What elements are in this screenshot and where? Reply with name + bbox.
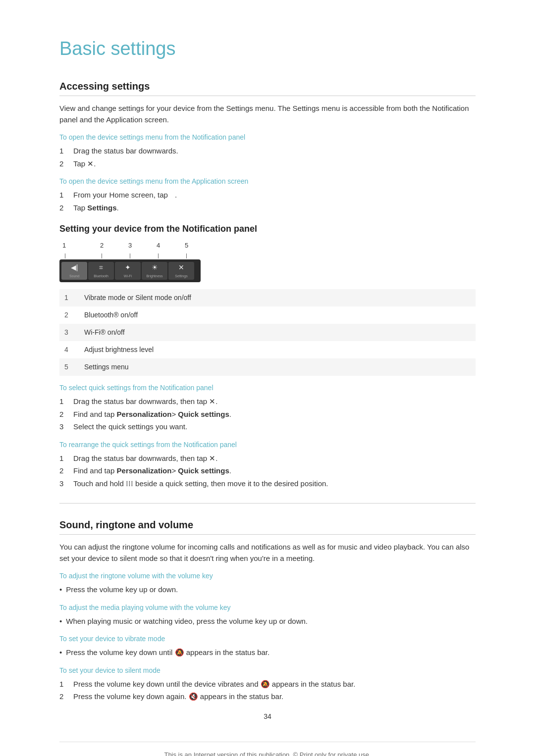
panel-features-table: 1 Vibrate mode or Silent mode on/off 2 B… [59, 289, 476, 376]
accessing-settings-heading: Accessing settings [59, 79, 476, 96]
silent-mode-steps: 1 Press the volume key down until the de… [59, 679, 476, 703]
table-row: 2 Bluetooth® on/off [59, 306, 476, 324]
step-item: 2 Tap ✕. [59, 158, 476, 170]
vibrate-mode-link: To set your device to vibrate mode [59, 634, 476, 644]
step-number: 1 [59, 679, 67, 690]
step-item: 1 Drag the status bar downwards. [59, 146, 476, 157]
rearrange-quick-settings-link: To rearrange the quick settings from the… [59, 440, 476, 450]
step-number: 3 [59, 478, 67, 490]
step-text: Press the volume key down again. 🔇 appea… [73, 691, 283, 703]
sound-section-heading: Sound, ringtone and volume [59, 517, 476, 535]
bullet-text: Press the volume key down until 🔕 appear… [66, 647, 269, 658]
step-number: 2 [59, 202, 67, 214]
notification-panel-heading: Setting your device from the Notificatio… [59, 222, 476, 236]
table-cell-num: 5 [59, 358, 79, 376]
sound-icon: ◀| [71, 262, 78, 273]
panel-num-2: 2 [88, 241, 116, 251]
tick-3: | [116, 252, 144, 260]
panel-num-4: 4 [144, 241, 172, 251]
panel-btn-bluetooth: ⌗ Bluetooth [88, 262, 114, 280]
table-row: 1 Vibrate mode or Silent mode on/off [59, 289, 476, 306]
step-text: Press the volume key down until the devi… [73, 679, 355, 690]
tick-5: | [172, 252, 201, 260]
tick-2: | [88, 252, 116, 260]
vibrate-steps: Press the volume key down until 🔕 appear… [59, 647, 476, 658]
wifi-icon: ✦ [125, 262, 131, 273]
sound-section-intro: You can adjust the ringtone volume for i… [59, 542, 476, 564]
panel-btn-wifi: ✦ Wi-Fi [115, 262, 141, 280]
step-item: 1 Drag the status bar downwards, then ta… [59, 396, 476, 407]
step-number: 1 [59, 396, 67, 407]
table-cell-num: 4 [59, 341, 79, 358]
table-cell-desc: Adjust brightness level [79, 341, 476, 358]
panel-num-1: 1 [59, 241, 88, 251]
table-cell-desc: Bluetooth® on/off [79, 306, 476, 324]
sound-section: Sound, ringtone and volume You can adjus… [59, 517, 476, 703]
notification-settings-link: To open the device settings menu from th… [59, 132, 476, 143]
table-cell-num: 3 [59, 324, 79, 341]
application-settings-steps: 1 From your Home screen, tap . 2 Tap Set… [59, 190, 476, 213]
table-cell-desc: Vibrate mode or Silent mode on/off [79, 289, 476, 306]
ringtone-volume-link: To adjust the ringtone volume with the v… [59, 571, 476, 581]
step-number: 1 [59, 190, 67, 201]
table-cell-num: 1 [59, 289, 79, 306]
bullet-item: When playing music or watching video, pr… [59, 616, 476, 627]
step-item: 1 From your Home screen, tap . [59, 190, 476, 201]
table-row: 4 Adjust brightness level [59, 341, 476, 358]
step-item: 2 Press the volume key down again. 🔇 app… [59, 691, 476, 703]
table-cell-desc: Wi-Fi® on/off [79, 324, 476, 341]
panel-btn-settings: ✕ Settings [168, 262, 194, 280]
accessing-settings-intro: View and change settings for your device… [59, 103, 476, 125]
bullet-item: Press the volume key up or down. [59, 584, 476, 596]
notification-panel-section: Setting your device from the Notificatio… [59, 222, 476, 489]
brightness-label: Brightness [146, 274, 162, 279]
step-text: Tap ✕. [73, 158, 96, 170]
step-text: Find and tap Personalization> Quick sett… [73, 409, 231, 420]
page-number: 34 [59, 711, 476, 722]
step-item: 2 Tap Settings. [59, 202, 476, 214]
tick-1: | [59, 252, 88, 260]
accessing-settings-section: Accessing settings View and change setti… [59, 79, 476, 213]
select-quick-settings-link: To select quick settings from the Notifi… [59, 383, 476, 393]
step-number: 2 [59, 409, 67, 420]
rearrange-quick-settings-steps: 1 Drag the status bar downwards, then ta… [59, 453, 476, 490]
step-text: Tap Settings. [73, 202, 119, 214]
brightness-icon: ☀ [152, 262, 158, 273]
section-divider [59, 503, 476, 504]
application-settings-link: To open the device settings menu from th… [59, 176, 476, 187]
silent-mode-link: To set your device to silent mode [59, 665, 476, 676]
bluetooth-icon: ⌗ [99, 262, 103, 273]
panel-diagram: 1 2 3 4 5 | | | | | ◀| Sound ⌗ Bluetooth… [59, 241, 476, 282]
media-volume-link: To adjust the media playing volume with … [59, 603, 476, 613]
panel-num-3: 3 [116, 241, 144, 251]
notification-settings-steps: 1 Drag the status bar downwards. 2 Tap ✕… [59, 146, 476, 169]
tick-4: | [144, 252, 172, 260]
ringtone-steps: Press the volume key up or down. [59, 584, 476, 596]
step-item: 3 Touch and hold ⁞⁞⁞ beside a quick sett… [59, 478, 476, 490]
step-text: Touch and hold ⁞⁞⁞ beside a quick settin… [73, 478, 328, 490]
step-text: Drag the status bar downwards, then tap … [73, 453, 218, 464]
table-row: 3 Wi-Fi® on/off [59, 324, 476, 341]
step-text: Select the quick settings you want. [73, 421, 187, 433]
bullet-text: Press the volume key up or down. [66, 584, 178, 596]
step-number: 1 [59, 453, 67, 464]
bluetooth-label: Bluetooth [94, 274, 108, 279]
table-cell-num: 2 [59, 306, 79, 324]
step-number: 3 [59, 421, 67, 433]
step-number: 2 [59, 465, 67, 477]
step-text: From your Home screen, tap . [73, 190, 177, 201]
step-item: 1 Press the volume key down until the de… [59, 679, 476, 690]
media-steps: When playing music or watching video, pr… [59, 616, 476, 627]
select-quick-settings-steps: 1 Drag the status bar downwards, then ta… [59, 396, 476, 433]
step-text: Drag the status bar downwards. [73, 146, 178, 157]
wifi-label: Wi-Fi [124, 274, 132, 279]
step-item: 3 Select the quick settings you want. [59, 421, 476, 433]
panel-tick-marks: | | | | | [59, 252, 476, 260]
settings-x-icon: ✕ [178, 262, 184, 273]
step-number: 2 [59, 691, 67, 703]
settings-btn-label: Settings [175, 274, 187, 279]
page-title: Basic settings [59, 35, 476, 63]
panel-num-5: 5 [172, 241, 201, 251]
bullet-text: When playing music or watching video, pr… [66, 616, 308, 627]
step-number: 2 [59, 158, 67, 170]
